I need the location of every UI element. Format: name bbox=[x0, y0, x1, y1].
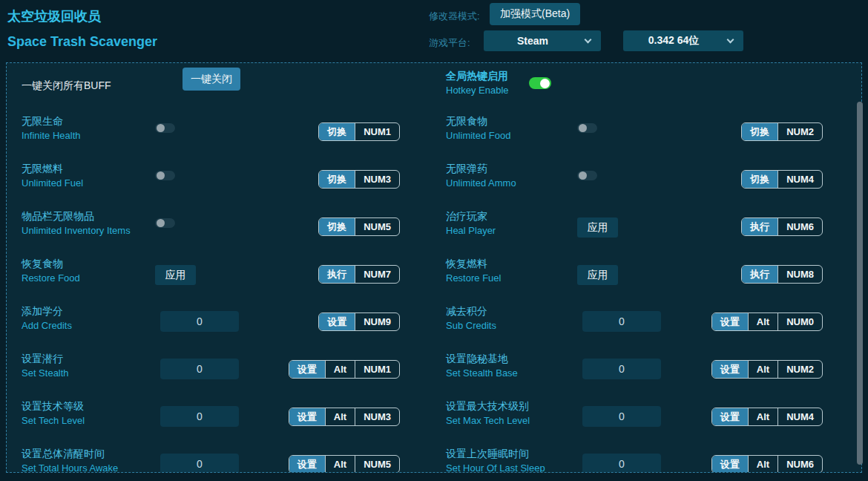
hotkey-key-segment[interactable]: NUM2 bbox=[777, 123, 822, 140]
hotkey-set-tech-level: 设置AltNUM3 bbox=[289, 408, 400, 426]
feature-row-restore-fuel: 恢复燃料Restore Fuel应用执行NUM8 bbox=[434, 253, 861, 301]
version-select-value: 0.342 64位 bbox=[648, 34, 719, 48]
feature-label-zh: 添加学分 bbox=[22, 305, 63, 318]
hotkey-key-segment[interactable]: NUM3 bbox=[355, 408, 399, 425]
hotkey-modifier-segment[interactable]: Alt bbox=[325, 361, 355, 378]
input-set-total-hours-awake[interactable] bbox=[160, 454, 239, 473]
toggle-infinite-health[interactable] bbox=[155, 123, 175, 133]
hotkey-heal-player: 执行NUM6 bbox=[741, 217, 823, 236]
hotkey-modifier-segment[interactable]: Alt bbox=[325, 408, 355, 425]
hotkey-key-segment[interactable]: NUM3 bbox=[355, 171, 399, 188]
input-sub-credits[interactable] bbox=[582, 311, 661, 332]
feature-label-zh: 设置总体清醒时间 bbox=[22, 448, 105, 461]
feature-row-unlimited-fuel: 无限燃料Unlimited Fuel切换NUM3 bbox=[7, 158, 434, 206]
input-add-credits[interactable] bbox=[160, 311, 239, 332]
hotkey-action-segment[interactable]: 执行 bbox=[742, 218, 777, 235]
feature-label-zh: 恢复燃料 bbox=[446, 258, 487, 271]
close-all-buff-button[interactable]: 一键关闭 bbox=[183, 68, 240, 91]
enhanced-mode-button[interactable]: 加强模式(Beta) bbox=[490, 3, 580, 25]
hotkey-key-segment[interactable]: NUM6 bbox=[777, 456, 822, 473]
hotkey-action-segment[interactable]: 设置 bbox=[712, 456, 748, 473]
trainer-mode-label: 修改器模式: bbox=[429, 10, 480, 23]
version-select[interactable]: 0.342 64位 bbox=[623, 30, 743, 51]
feature-row-infinite-health: 无限生命Infinite Health切换NUM1 bbox=[7, 111, 434, 158]
feature-label-zh: 设置潜行 bbox=[22, 353, 63, 366]
feature-label-zh: 设置技术等级 bbox=[22, 400, 84, 413]
hotkey-set-hour-of-last-sleep: 设置AltNUM6 bbox=[711, 455, 823, 473]
hotkey-key-segment[interactable]: NUM6 bbox=[777, 218, 822, 235]
hotkey-key-segment[interactable]: NUM1 bbox=[355, 123, 399, 140]
hotkey-key-segment[interactable]: NUM5 bbox=[355, 456, 399, 473]
hotkey-modifier-segment[interactable]: Alt bbox=[748, 408, 777, 425]
hotkey-action-segment[interactable]: 设置 bbox=[289, 456, 325, 473]
feature-row-set-total-hours-awake: 设置总体清醒时间Set Total Hours Awake设置AltNUM5 bbox=[7, 443, 434, 473]
toggle-knob bbox=[157, 124, 165, 132]
hotkey-key-segment[interactable]: NUM7 bbox=[355, 266, 399, 283]
feature-label-zh: 无限生命 bbox=[22, 115, 63, 128]
toggle-unlimited-fuel[interactable] bbox=[155, 171, 175, 180]
hotkey-action-segment[interactable]: 执行 bbox=[319, 266, 355, 283]
hotkey-enable-toggle[interactable] bbox=[529, 77, 551, 89]
toggle-unlimited-food[interactable] bbox=[577, 123, 597, 133]
hotkey-action-segment[interactable]: 设置 bbox=[712, 361, 748, 378]
feature-label-en: Set Tech Level bbox=[22, 415, 85, 426]
feature-row-unlimited-ammo: 无限弹药Unlimited Ammo切换NUM4 bbox=[434, 158, 861, 206]
toggle-unlimited-inventory-items[interactable] bbox=[155, 218, 175, 228]
hotkey-action-segment[interactable]: 设置 bbox=[712, 408, 748, 425]
chevron-down-icon bbox=[585, 36, 592, 44]
apply-button-restore-fuel[interactable]: 应用 bbox=[577, 265, 618, 285]
hotkey-key-segment[interactable]: NUM9 bbox=[355, 313, 399, 330]
toggle-unlimited-ammo[interactable] bbox=[577, 171, 597, 180]
input-set-tech-level[interactable] bbox=[160, 406, 239, 427]
input-set-stealth[interactable] bbox=[160, 359, 239, 379]
input-set-hour-of-last-sleep[interactable] bbox=[582, 454, 661, 473]
hotkey-action-segment[interactable]: 执行 bbox=[742, 266, 777, 283]
feature-row-heal-player: 治疗玩家Heal Player应用执行NUM6 bbox=[434, 206, 861, 253]
apply-button-restore-food[interactable]: 应用 bbox=[155, 265, 196, 285]
feature-label-en: Unlimited Inventory Items bbox=[22, 225, 131, 236]
hotkey-action-segment[interactable]: 设置 bbox=[319, 313, 355, 330]
hotkey-enable-label-en: Hotkey Enable bbox=[446, 85, 509, 96]
hotkey-modifier-segment[interactable]: Alt bbox=[748, 456, 777, 473]
hotkey-key-segment[interactable]: NUM0 bbox=[777, 313, 822, 330]
hotkey-key-segment[interactable]: NUM4 bbox=[777, 408, 822, 425]
hotkey-action-segment[interactable]: 设置 bbox=[289, 361, 325, 378]
feature-label-zh: 治疗玩家 bbox=[446, 210, 487, 223]
hotkey-action-segment[interactable]: 切换 bbox=[319, 218, 355, 235]
feature-label-en: Set Max Tech Level bbox=[446, 415, 530, 426]
scrollbar-thumb[interactable] bbox=[857, 102, 863, 465]
hotkey-modifier-segment[interactable]: Alt bbox=[325, 456, 355, 473]
feature-label-zh: 物品栏无限物品 bbox=[22, 210, 94, 223]
trainer-panel: 一键关闭所有BUFF 一键关闭 全局热键启用 Hotkey Enable 无限生… bbox=[6, 62, 862, 473]
feature-label-en: Add Credits bbox=[22, 320, 72, 331]
input-set-max-tech-level[interactable] bbox=[582, 406, 661, 427]
close-all-buff-row: 一键关闭所有BUFF 一键关闭 bbox=[7, 63, 434, 111]
hotkey-unlimited-fuel: 切换NUM3 bbox=[318, 170, 400, 189]
toggle-knob bbox=[157, 219, 165, 227]
hotkey-action-segment[interactable]: 切换 bbox=[742, 171, 777, 188]
input-set-stealth-base[interactable] bbox=[582, 359, 661, 379]
hotkey-action-segment[interactable]: 设置 bbox=[712, 313, 748, 330]
hotkey-key-segment[interactable]: NUM8 bbox=[777, 266, 822, 283]
apply-button-heal-player[interactable]: 应用 bbox=[577, 217, 618, 238]
hotkey-key-segment[interactable]: NUM4 bbox=[777, 171, 822, 188]
hotkey-modifier-segment[interactable]: Alt bbox=[748, 361, 777, 378]
app-title-en: Space Trash Scavenger bbox=[7, 34, 157, 50]
hotkey-action-segment[interactable]: 切换 bbox=[742, 123, 777, 140]
hotkey-modifier-segment[interactable]: Alt bbox=[748, 313, 777, 330]
header: 太空垃圾回收员 Space Trash Scavenger 修改器模式: 加强模… bbox=[0, 0, 868, 62]
hotkey-key-segment[interactable]: NUM5 bbox=[355, 218, 399, 235]
hotkey-action-segment[interactable]: 切换 bbox=[319, 171, 355, 188]
feature-row-unlimited-inventory-items: 物品栏无限物品Unlimited Inventory Items切换NUM5 bbox=[7, 206, 434, 253]
close-all-buff-label: 一键关闭所有BUFF bbox=[22, 79, 111, 93]
feature-label-en: Unlimited Food bbox=[446, 130, 510, 141]
feature-row-set-tech-level: 设置技术等级Set Tech Level设置AltNUM3 bbox=[7, 396, 434, 443]
features-grid: 一键关闭所有BUFF 一键关闭 全局热键启用 Hotkey Enable 无限生… bbox=[7, 63, 861, 473]
hotkey-key-segment[interactable]: NUM2 bbox=[777, 361, 822, 378]
platform-select[interactable]: Steam bbox=[484, 30, 601, 51]
hotkey-action-segment[interactable]: 切换 bbox=[319, 123, 355, 140]
feature-row-set-stealth-base: 设置隐秘基地Set Stealth Base设置AltNUM2 bbox=[434, 348, 861, 396]
feature-label-zh: 无限燃料 bbox=[22, 163, 63, 176]
hotkey-action-segment[interactable]: 设置 bbox=[289, 408, 325, 425]
hotkey-key-segment[interactable]: NUM1 bbox=[355, 361, 399, 378]
